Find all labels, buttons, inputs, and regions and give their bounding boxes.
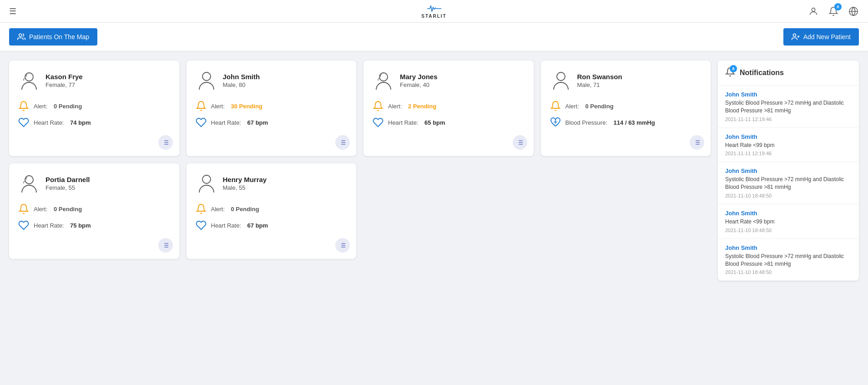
notif-item: John Smith Systolic Blood Pressure >72 m… (718, 86, 859, 128)
notif-item-time: 2021-11-11 12:19:46 (725, 117, 852, 122)
alert-label: Alert: (211, 206, 225, 213)
profile-button[interactable] (806, 4, 821, 19)
heart-icon (18, 220, 29, 231)
notif-item-name[interactable]: John Smith (725, 167, 852, 174)
patient-card-portia-darnell: Portia Darnell Female, 55 Alert: 0 Pendi… (9, 163, 179, 259)
svg-point-42 (202, 175, 211, 183)
notif-item-name[interactable]: John Smith (725, 244, 852, 251)
notif-item-msg: Systolic Blood Pressure >72 mmHg and Dia… (725, 253, 852, 268)
card-header: Henry Murray Male, 55 (196, 172, 348, 194)
heart-value: 75 bpm (68, 222, 91, 229)
notif-item-name[interactable]: John Smith (725, 133, 852, 140)
card-detail-button[interactable] (335, 238, 350, 253)
heart-stat: Blood Pressure: 114 / 63 mmHg (550, 117, 702, 128)
patient-card-john-smith: John Smith Male, 80 Alert: 30 Pending He… (187, 61, 357, 156)
notif-item: John Smith Systolic Blood Pressure >72 m… (718, 162, 859, 204)
card-detail-button[interactable] (513, 135, 527, 150)
alert-label: Alert: (565, 103, 579, 110)
alert-bell-icon (373, 101, 384, 111)
notif-title: Notifications (740, 69, 784, 77)
heart-value: 114 / 63 mmHg (612, 119, 655, 126)
patient-name: Mary Jones (400, 73, 438, 81)
alert-label: Alert: (34, 206, 47, 213)
heart-stat: Heart Rate: 75 bpm (18, 220, 170, 231)
alert-value: 0 Pending (52, 103, 82, 110)
card-detail-button[interactable] (335, 135, 350, 150)
alert-stat: Alert: 0 Pending (550, 101, 702, 111)
card-header: Portia Darnell Female, 55 (18, 172, 170, 194)
alert-stat: Alert: 0 Pending (18, 203, 170, 214)
patient-gender-age: Female, 77 (45, 81, 83, 88)
patient-info: Portia Darnell Female, 55 (45, 176, 90, 191)
notif-item-msg: Systolic Blood Pressure >72 mmHg and Dia… (725, 176, 852, 191)
header-right: 0 (806, 4, 861, 19)
app-logo: STARLIT (421, 4, 446, 19)
patient-avatar (373, 70, 394, 91)
notif-item-name[interactable]: John Smith (725, 91, 852, 98)
heart-label: Blood Pressure: (565, 119, 608, 126)
patient-name: Portia Darnell (45, 176, 90, 183)
alert-stat: Alert: 2 Pending (373, 101, 525, 111)
patients-map-button[interactable]: Patients On The Map (9, 28, 97, 46)
notif-list: John Smith Systolic Blood Pressure >72 m… (718, 86, 859, 281)
alert-label: Alert: (34, 103, 47, 110)
alert-value: 0 Pending (52, 206, 82, 213)
notif-panel-badge: 8 (730, 65, 737, 72)
alert-label: Alert: (211, 103, 225, 110)
header-notif-badge: 0 (834, 3, 842, 10)
heart-icon (373, 117, 384, 128)
patient-card-kason-frye: Kason Frye Female, 77 Alert: 0 Pending H… (9, 61, 179, 156)
heart-label: Heart Rate: (211, 222, 241, 229)
patient-info: Henry Murray Male, 55 (223, 176, 267, 191)
patient-gender-age: Male, 80 (223, 81, 260, 88)
notif-item-msg: Systolic Blood Pressure >72 mmHg and Dia… (725, 99, 852, 115)
heart-stat: Heart Rate: 74 bpm (18, 117, 170, 128)
card-detail-button[interactable] (158, 238, 173, 253)
alert-value: 0 Pending (584, 103, 614, 110)
patient-card-ron-swanson: Ron Swanson Male, 71 Alert: 0 Pending Bl… (541, 61, 711, 156)
alert-value: 0 Pending (229, 206, 259, 213)
logo-text: STARLIT (421, 14, 446, 19)
app-header: ☰ STARLIT 0 (0, 0, 868, 23)
patient-card-henry-murray: Henry Murray Male, 55 Alert: 0 Pending H… (187, 163, 357, 259)
heart-value: 67 bpm (246, 119, 268, 126)
alert-stat: Alert: 30 Pending (196, 101, 348, 111)
notif-item-msg: Heart Rate <99 bpm (725, 142, 852, 149)
alert-bell-icon (196, 101, 207, 111)
heart-value: 74 bpm (68, 119, 91, 126)
notification-button[interactable]: 0 (826, 4, 841, 19)
patients-grid: Kason Frye Female, 77 Alert: 0 Pending H… (9, 61, 711, 281)
alert-value: 30 Pending (229, 103, 262, 110)
heart-stat: Heart Rate: 65 bpm (373, 117, 525, 128)
heart-icon (196, 117, 207, 128)
heart-value: 65 bpm (423, 119, 445, 126)
top-bar: Patients On The Map Add New Patient (0, 23, 868, 51)
patient-gender-age: Male, 71 (577, 81, 622, 88)
heart-label: Heart Rate: (34, 119, 64, 126)
patient-avatar (18, 70, 40, 91)
patient-info: Ron Swanson Male, 71 (577, 73, 622, 88)
settings-button[interactable] (846, 4, 861, 19)
patient-gender-age: Female, 40 (400, 81, 438, 88)
alert-bell-icon (18, 203, 29, 214)
heart-stat: Heart Rate: 67 bpm (196, 220, 348, 231)
card-detail-button[interactable] (158, 135, 173, 150)
card-detail-button[interactable] (690, 135, 704, 150)
patient-info: John Smith Male, 80 (223, 73, 260, 88)
heart-stat: Heart Rate: 67 bpm (196, 117, 348, 128)
list-icon (693, 139, 701, 146)
svg-point-3 (19, 34, 22, 36)
add-patient-button[interactable]: Add New Patient (783, 28, 859, 46)
patient-gender-age: Female, 55 (45, 184, 90, 191)
notif-item-time: 2021-11-10 18:48:50 (725, 269, 852, 275)
alert-stat: Alert: 0 Pending (18, 101, 170, 111)
notif-item: John Smith Heart Rate <99 bpm 2021-11-10… (718, 204, 859, 239)
patient-gender-age: Male, 55 (223, 184, 267, 191)
notifications-panel: 8 Notifications John Smith Systolic Bloo… (718, 61, 859, 281)
notif-item-name[interactable]: John Smith (725, 210, 852, 217)
patient-card-mary-jones: Mary Jones Female, 40 Alert: 2 Pending H… (363, 61, 534, 156)
list-icon (162, 139, 169, 146)
hamburger-button[interactable]: ☰ (7, 5, 18, 18)
patient-name: Henry Murray (223, 176, 267, 183)
alert-label: Alert: (388, 103, 402, 110)
